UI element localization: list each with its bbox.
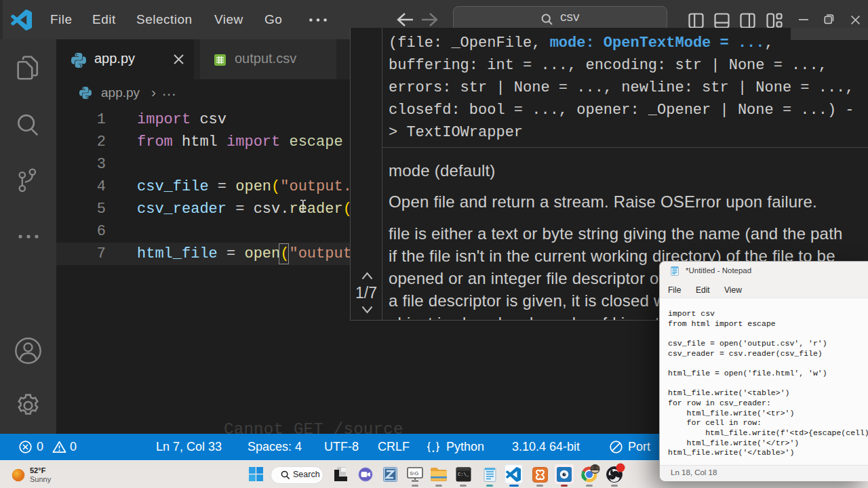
svg-text:C:\_: C:\_ bbox=[458, 472, 470, 477]
svg-text:S›G: S›G bbox=[410, 470, 419, 476]
